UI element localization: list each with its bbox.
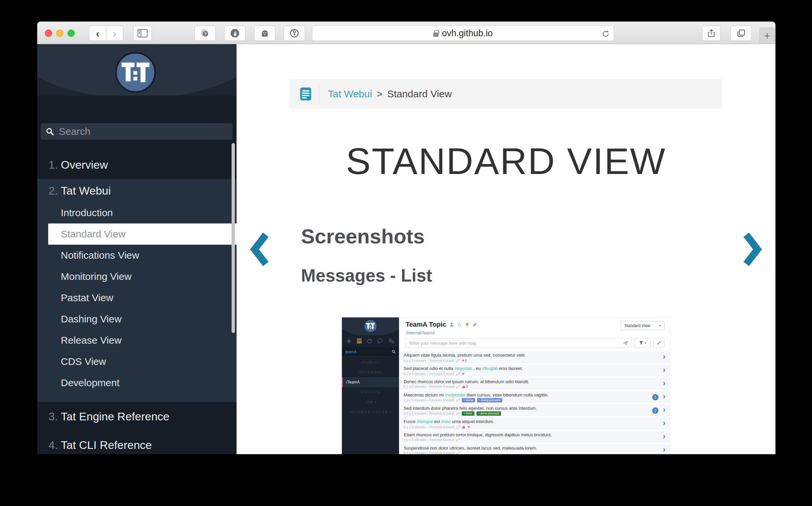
sidebar-item-cds-view[interactable]: CDS View — [37, 351, 236, 372]
sidebar-item-tat-webui[interactable]: 2. Tat Webui — [37, 179, 236, 202]
open-message-chevron[interactable]: › — [663, 365, 665, 374]
message-row[interactable]: Donec rhoncus dolor vel ipsum rutrum, at… — [399, 378, 670, 390]
back-chevron-icon: ‹ — [96, 27, 99, 39]
url-text: ovh.github.io — [442, 28, 493, 38]
tab-overview-button[interactable] — [731, 25, 751, 41]
open-message-chevron[interactable]: › — [663, 419, 665, 428]
doc-list-icon — [300, 87, 312, 101]
sidebar-toggle-button[interactable] — [133, 25, 152, 41]
channel-teama[interactable]: /TeamA — [342, 377, 399, 387]
permalink-icon[interactable] — [456, 385, 460, 389]
user-icon[interactable] — [449, 322, 454, 327]
history-icon[interactable] — [367, 338, 372, 344]
open-message-chevron[interactable]: › — [663, 392, 665, 401]
forward-button[interactable]: › — [106, 25, 123, 41]
sidebar-section-tat-engine-reference: 3. Tat Engine Reference — [37, 402, 236, 431]
channel-public[interactable]: /PUBLIC — [342, 357, 399, 367]
sidebar-item-monitoring-view[interactable]: Monitoring View — [37, 266, 236, 287]
message-row[interactable]: Suspendisse non dolor ultricies, laoreet… — [399, 444, 670, 454]
permalink-icon[interactable] — [456, 359, 460, 362]
permalink-icon[interactable] — [456, 372, 460, 376]
browser-toolbar: ‹ › ? ovh. — [37, 21, 776, 44]
address-bar[interactable]: ovh.github.io — [312, 25, 614, 41]
message-meta: Il y a 5 minutes - Yvonnick Esnault♥ — [404, 425, 640, 429]
send-plane-icon[interactable] — [623, 340, 628, 346]
sidebar-item-pastat-view[interactable]: Pastat View — [37, 287, 236, 309]
message-text: , eu — [472, 366, 482, 371]
settings-gears-icon[interactable] — [388, 338, 395, 344]
sidebar-item-standard-view[interactable]: Standard View — [48, 224, 236, 245]
filter-button[interactable]: ▾ — [635, 338, 651, 348]
extension-ghostery-button[interactable] — [254, 25, 276, 41]
open-message-chevron[interactable]: › — [663, 352, 665, 361]
sidebar-item-notifications-view[interactable]: Notifications View — [37, 245, 236, 266]
chat-bubble-icon[interactable] — [377, 338, 383, 344]
message-input-field[interactable] — [409, 341, 623, 346]
message-row[interactable]: Sed placerat odio et nulla #egestas , eu… — [399, 364, 670, 376]
channel-others-users[interactable]: /OTHERS USERS▾ — [342, 407, 399, 417]
sidebar-item-dashing-view[interactable]: Dashing View — [37, 309, 236, 330]
extension-adblock-button[interactable] — [224, 25, 245, 41]
view-mode-select[interactable]: Standard View ▾ — [620, 321, 664, 330]
messages-list-heading: Messages - List — [301, 265, 432, 285]
back-button[interactable]: ‹ — [89, 25, 106, 41]
sidebar-item-overview[interactable]: 1. Overview — [37, 150, 236, 179]
open-message-chevron[interactable]: › — [663, 432, 665, 441]
tat-topic-search[interactable] — [342, 347, 399, 357]
permalink-icon[interactable] — [456, 438, 460, 442]
reload-icon[interactable] — [601, 29, 610, 38]
https-lock-icon — [433, 32, 439, 37]
open-message-chevron[interactable]: › — [663, 379, 665, 388]
sidebar-item-release-view[interactable]: Release View — [37, 330, 236, 351]
favorites-star-icon[interactable]: ★ — [346, 337, 352, 345]
expand-button[interactable] — [653, 338, 664, 348]
edit-pencil-icon[interactable] — [472, 322, 477, 327]
bell-icon[interactable] — [465, 322, 469, 327]
breadcrumb-link[interactable]: Tat Webui — [328, 88, 372, 100]
next-page-chevron[interactable] — [743, 232, 763, 267]
message-row[interactable]: Fusce #tempor est #nec urna aliquet inte… — [399, 418, 670, 430]
permalink-icon[interactable] — [456, 399, 460, 402]
browser-window: ‹ › ? ovh. — [37, 21, 776, 454]
message-input[interactable] — [406, 338, 632, 348]
open-message-chevron[interactable]: › — [663, 405, 665, 414]
tat-topic-search-input[interactable] — [345, 350, 392, 354]
channel-private[interactable]: /PRIVATE — [342, 387, 399, 397]
permalink-icon[interactable] — [456, 425, 460, 429]
key-circle-icon — [289, 28, 299, 38]
channel-internal[interactable]: /INTERNAL — [342, 367, 399, 377]
close-window-button[interactable] — [45, 29, 52, 37]
permalink-icon[interactable] — [456, 412, 460, 415]
search-input[interactable] — [59, 126, 227, 137]
topic-path[interactable]: /Internal/TeamA — [406, 331, 435, 335]
label-badge: • done — [462, 411, 474, 416]
minimize-window-button[interactable] — [56, 29, 64, 37]
sidebar-item-tat-engine-reference[interactable]: 3. Tat Engine Reference — [37, 402, 236, 431]
item-label: Notifications View — [61, 250, 139, 261]
open-message-chevron[interactable]: › — [663, 445, 665, 454]
share-button[interactable] — [702, 25, 721, 41]
sidebar-item-tat-cli-reference[interactable]: 4. Tat CLI Reference — [37, 431, 236, 454]
message-row[interactable]: Maecenas dictum mi #vulputate diam cursu… — [399, 391, 670, 403]
message-meta: Il y a 5 minutes - Yvonnick Esnault♥2 — [404, 358, 640, 363]
share-icon — [707, 28, 716, 38]
sidebar-item-development[interactable]: Development — [37, 372, 236, 394]
message-row[interactable]: Etiam rhoncus est pretium tortor tristiq… — [399, 431, 670, 443]
sidebar-item-introduction[interactable]: Introduction — [37, 202, 236, 224]
item-label: Standard View — [61, 229, 126, 240]
extension-help-button[interactable]: ? — [194, 25, 216, 41]
topics-list-icon[interactable] — [357, 339, 362, 343]
sidebar-scrollbar[interactable] — [232, 143, 235, 333]
message-row[interactable]: Aliquam vitae ligula lacinia, pretium ur… — [399, 351, 670, 363]
prev-page-chevron[interactable] — [249, 232, 269, 267]
extension-password-button[interactable] — [284, 25, 305, 41]
permalink-icon[interactable] — [456, 451, 460, 454]
label-badge: • doing — [462, 398, 475, 402]
sidebar-search[interactable] — [41, 123, 233, 140]
star-outline-icon[interactable]: ☆ — [457, 321, 462, 328]
channel-dm[interactable]: /DM▾ — [342, 397, 399, 407]
new-tab-button[interactable]: + — [759, 27, 775, 44]
message-text: urna aliquet interdum. — [451, 419, 494, 424]
message-row[interactable]: Sed interdum dolor pharetra felis egesta… — [399, 404, 670, 416]
zoom-window-button[interactable] — [67, 29, 75, 37]
